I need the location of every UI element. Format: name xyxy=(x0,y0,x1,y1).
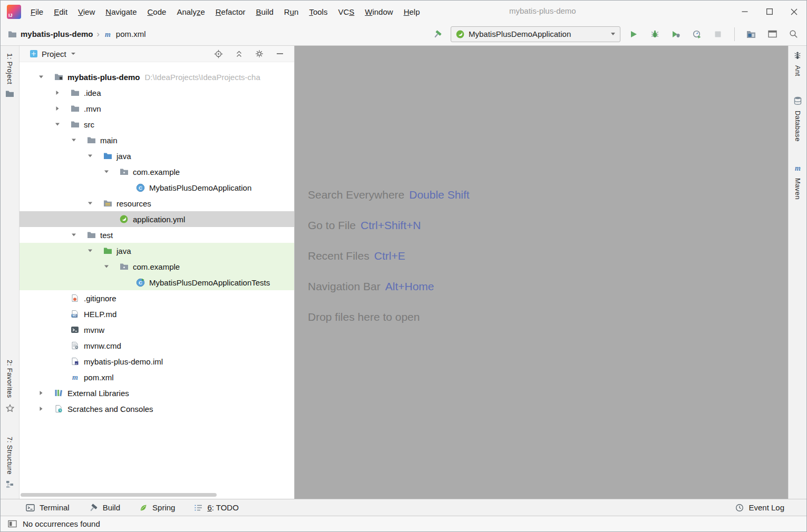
spring-boot-icon xyxy=(456,30,464,38)
tree-item-mybatis-plus-demo-iml[interactable]: mybatis-plus-demo.iml xyxy=(20,353,294,369)
tree-item-label: test xyxy=(100,231,113,240)
ant-icon xyxy=(793,51,802,60)
select-opened-file-button[interactable] xyxy=(213,49,223,58)
tree-chevron-icon[interactable] xyxy=(52,90,70,96)
window-controls xyxy=(732,1,806,23)
project-structure-button[interactable] xyxy=(743,26,759,42)
tree-chevron-icon[interactable] xyxy=(35,406,53,412)
tree-chevron-icon[interactable] xyxy=(84,153,102,159)
tree-item-mybatisplusdemoapplication[interactable]: CMybatisPlusDemoApplication xyxy=(20,180,294,195)
tree-item-pom-xml[interactable]: mpom.xml xyxy=(20,369,294,385)
menu-build[interactable]: Build xyxy=(250,5,278,19)
tree-item-scratches-and-consoles[interactable]: Scratches and Consoles xyxy=(20,401,294,417)
toolwindow-button-terminal[interactable]: Terminal xyxy=(26,503,70,512)
toolwindow-button-label: 7: Structure xyxy=(6,437,14,475)
tree-item-src[interactable]: src xyxy=(20,116,294,132)
tree-chevron-icon[interactable] xyxy=(35,74,53,80)
menu-tools[interactable]: Tools xyxy=(304,5,333,19)
menu-refactor[interactable]: Refactor xyxy=(210,5,251,19)
menu-code[interactable]: Code xyxy=(142,5,172,19)
tree-item-mvnw[interactable]: mvnw xyxy=(20,322,294,338)
tree-item-mybatisplusdemoapplicationtests[interactable]: CMybatisPlusDemoApplicationTests xyxy=(20,274,294,290)
toolwindow-button-2-favorites[interactable]: 2: Favorites xyxy=(1,360,19,412)
project-horizontal-scrollbar[interactable] xyxy=(21,493,217,497)
close-button[interactable] xyxy=(782,1,806,23)
tree-item-application-yml[interactable]: application.yml xyxy=(20,211,294,227)
tree-chevron-icon[interactable] xyxy=(35,390,53,396)
tree-item-java[interactable]: java xyxy=(20,243,294,259)
tree-item-main[interactable]: main xyxy=(20,132,294,148)
tree-item-com-example[interactable]: com.example xyxy=(20,259,294,274)
breadcrumb-label: mybatis-plus-demo xyxy=(21,29,93,38)
hammer-gray-icon xyxy=(89,503,98,513)
tree-item-gitignore[interactable]: .gitignore xyxy=(20,290,294,306)
tree-item-help-md[interactable]: MDHELP.md xyxy=(20,306,294,322)
menu-file[interactable]: File xyxy=(25,5,48,19)
menu-window[interactable]: Window xyxy=(359,5,398,19)
restore-layout-button[interactable] xyxy=(764,26,780,42)
maven-icon: m xyxy=(70,373,80,381)
toolwindow-button-6-todo[interactable]: 6: TODO xyxy=(194,503,238,512)
run-with-profiler-button[interactable] xyxy=(689,26,705,42)
tree-item-external-libraries[interactable]: External Libraries xyxy=(20,385,294,401)
star-icon xyxy=(6,404,14,412)
toolwindow-button-1-project[interactable]: 1: Project xyxy=(1,53,19,97)
toolwindow-button-database[interactable]: Database xyxy=(789,96,806,142)
maximize-button[interactable] xyxy=(757,1,782,23)
toolwindow-button-7-structure[interactable]: 7: Structure xyxy=(1,437,19,488)
menu-help[interactable]: Help xyxy=(398,5,425,19)
editor-empty-area[interactable]: Search EverywhereDouble ShiftGo to FileC… xyxy=(295,46,788,499)
toolwindow-button-build[interactable]: Build xyxy=(89,503,120,513)
run-configuration-select[interactable]: MybatisPlusDemoApplication xyxy=(451,26,620,42)
tree-chevron-icon[interactable] xyxy=(84,200,102,206)
search-everywhere-button[interactable] xyxy=(785,26,801,42)
run-with-coverage-button[interactable] xyxy=(668,26,684,42)
folder-icon xyxy=(86,136,96,144)
editor-hint-drop-files-here-to-open: Drop files here to open xyxy=(308,302,788,332)
tree-chevron-icon[interactable] xyxy=(52,121,70,127)
toolwindow-button-maven[interactable]: mMaven xyxy=(789,164,806,200)
minimize-button[interactable] xyxy=(732,1,757,23)
tree-item-java[interactable]: java xyxy=(20,148,294,164)
tree-item-mvnw-cmd[interactable]: mvnw.cmd xyxy=(20,338,294,353)
menu-edit[interactable]: Edit xyxy=(48,5,73,19)
tree-item-mybatis-plus-demo[interactable]: mybatis-plus-demoD:\IdeaProjects\IdeaPro… xyxy=(20,69,294,85)
debug-button[interactable] xyxy=(647,26,663,42)
toolwindow-button-spring[interactable]: Spring xyxy=(139,503,175,512)
menu-bar: FileEditViewNavigateCodeAnalyzeRefactorB… xyxy=(25,5,425,19)
tree-item-mvn[interactable]: .mvn xyxy=(20,101,294,116)
toolwindow-button-ant[interactable]: Ant xyxy=(789,51,806,76)
tree-chevron-icon[interactable] xyxy=(101,169,119,175)
toolwindow-button-event-log[interactable]: Event Log xyxy=(735,503,784,512)
project-panel-title[interactable]: Project xyxy=(42,50,66,58)
menu-analyze[interactable]: Analyze xyxy=(171,5,210,19)
project-view-dropdown-caret-icon[interactable] xyxy=(71,53,75,55)
stop-button[interactable] xyxy=(710,26,726,42)
tree-chevron-icon[interactable] xyxy=(52,105,70,112)
breadcrumb-mybatis-plus-demo[interactable]: mybatis-plus-demo xyxy=(8,29,93,38)
menu-run[interactable]: Run xyxy=(279,5,304,19)
tree-item-idea[interactable]: .idea xyxy=(20,85,294,101)
ide-window: FileEditViewNavigateCodeAnalyzeRefactorB… xyxy=(0,0,807,532)
tree-item-resources[interactable]: resources xyxy=(20,195,294,211)
view-settings-button[interactable] xyxy=(255,49,264,58)
menu-view[interactable]: View xyxy=(73,5,100,19)
tree-chevron-icon[interactable] xyxy=(101,263,119,270)
menu-vcs[interactable]: VCS xyxy=(333,5,359,19)
tree-chevron-icon[interactable] xyxy=(84,248,102,254)
breadcrumb-pom-xml[interactable]: mpom.xml xyxy=(103,29,146,38)
svg-text:m: m xyxy=(72,373,78,381)
toolwindow-toggle-icon[interactable] xyxy=(8,520,17,528)
hide-panel-button[interactable] xyxy=(275,49,285,58)
hint-shortcut: Ctrl+E xyxy=(374,250,405,262)
run-button[interactable] xyxy=(626,26,641,42)
build-project-button[interactable] xyxy=(430,26,445,42)
tree-chevron-icon[interactable] xyxy=(68,232,86,238)
tree-chevron-icon[interactable] xyxy=(68,137,86,143)
tree-item-label: mybatis-plus-demo xyxy=(67,73,140,82)
collapse-all-button[interactable] xyxy=(234,49,244,58)
menu-navigate[interactable]: Navigate xyxy=(100,5,142,19)
editor-hint-go-to-file: Go to FileCtrl+Shift+N xyxy=(308,210,788,241)
tree-item-test[interactable]: test xyxy=(20,227,294,243)
tree-item-com-example[interactable]: com.example xyxy=(20,164,294,180)
